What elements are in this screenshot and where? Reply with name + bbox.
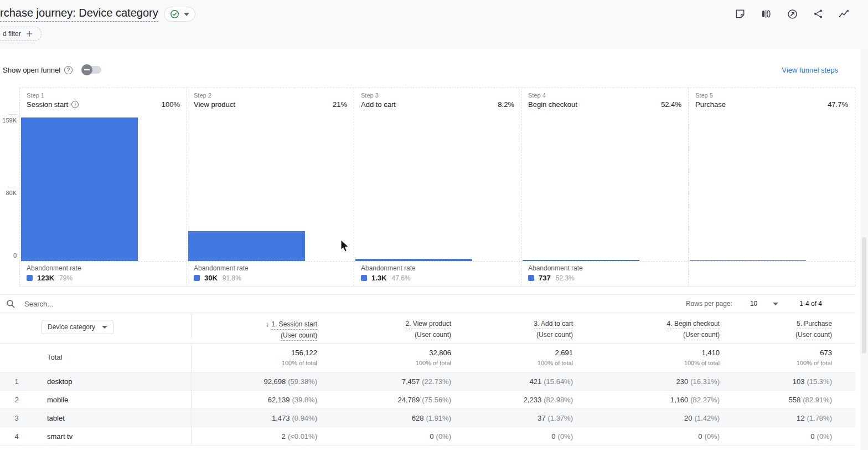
abandonment-value: 737 (539, 274, 551, 282)
abandonment-panel: Abandonment rate 30K 91.8% (187, 261, 354, 286)
comparison-icon[interactable] (760, 8, 772, 20)
metric-cell: 1,160(82.27%) (573, 391, 720, 408)
step-number-label: Step 3 (361, 92, 514, 99)
funnel-bar-session-start[interactable] (21, 117, 138, 261)
notes-icon[interactable] (734, 8, 746, 20)
abandonment-panel: Abandonment rate 123K 79% (20, 261, 187, 286)
top-bar: rchase journey: Device category d filter (0, 0, 868, 49)
chevron-down-icon (184, 13, 189, 16)
abandonment-panel-empty (689, 261, 855, 286)
ga4-funnel-exploration: rchase journey: Device category d filter (0, 0, 868, 450)
add-filter-chip[interactable]: d filter (0, 27, 42, 41)
abandonment-percent: 91.8% (223, 274, 241, 282)
abandonment-value: 30K (204, 274, 218, 282)
funnel-bar-view-product[interactable] (188, 231, 305, 261)
legend-square-icon (194, 275, 200, 281)
row-number: 4 (0, 432, 33, 441)
table-total-row: Total 156,122100% of total 32,806100% of… (0, 344, 855, 372)
column-header-session-start[interactable]: ↓1. Session start (User count) (191, 313, 317, 339)
abandonment-percent: 47.6% (391, 274, 410, 282)
row-number: 2 (0, 396, 33, 404)
metric-cell: 558(82.91%) (720, 391, 832, 408)
metric-cell: 0(0%) (451, 427, 573, 445)
search-input[interactable] (24, 300, 190, 308)
step-number-label: Step 5 (695, 92, 848, 99)
column-header-begin-checkout[interactable]: 4. Begin checkout (User count) (573, 313, 720, 339)
table-search-row: Rows per page: 10 1-4 of 4 (0, 294, 855, 313)
column-header-add-to-cart[interactable]: 3. Add to cart (User count) (451, 313, 573, 339)
y-axis-label-zero: 0 (13, 252, 17, 259)
dimension-header-cell: Device category (33, 313, 191, 334)
scrollbar-thumb[interactable] (862, 237, 866, 354)
view-funnel-steps-link[interactable]: View funnel steps (782, 66, 838, 74)
funnel-grid: Step 1 Session start i 100% Abandonment … (19, 88, 855, 287)
abandonment-rate-label: Abandonment rate (27, 264, 180, 272)
step-completion-rate: 8.2% (498, 100, 514, 109)
row-number: 1 (0, 377, 33, 386)
step-plot-area (20, 115, 187, 261)
funnel-bar-purchase[interactable] (690, 260, 806, 261)
funnel-step-column-4: Step 4 Begin checkout 52.4% Abandonment … (521, 88, 688, 286)
search-icon[interactable] (6, 299, 16, 309)
step-plot-area (689, 115, 855, 261)
step-header: Step 2 View product 21% (187, 88, 354, 115)
metric-cell: 92,698(59.38%) (191, 372, 317, 390)
metric-cell: 421(15.64%) (451, 372, 573, 390)
row-number: 3 (0, 414, 33, 422)
funnel-bar-add-to-cart[interactable] (355, 259, 472, 261)
dimension-value: desktop (33, 377, 191, 386)
step-number-label: Step 4 (528, 92, 681, 99)
legend-square-icon (528, 275, 534, 281)
title-status-badge[interactable] (164, 7, 195, 22)
funnel-chart: 159K 80K 0 Step 1 Session start i 100% (19, 88, 855, 287)
dimension-selector-dropdown[interactable]: Device category (42, 320, 113, 334)
pagination-controls: Rows per page: 10 1-4 of 4 (686, 300, 855, 308)
step-number-label: Step 2 (194, 92, 347, 99)
metric-cell: 230(16.31%) (573, 372, 720, 390)
dimension-value: smart tv (33, 432, 191, 441)
share-icon[interactable] (812, 8, 824, 20)
help-icon[interactable]: ? (64, 66, 73, 74)
abandonment-percent: 79% (59, 274, 73, 282)
funnel-step-column-5: Step 5 Purchase 47.7% (688, 88, 855, 286)
metric-cell: 24,789(75.56%) (317, 391, 451, 408)
check-circle-icon (170, 9, 179, 19)
title-row: rchase journey: Device category (0, 7, 195, 22)
metric-cell: 0(0%) (720, 427, 832, 445)
metric-cell: 628(1.91%) (317, 409, 451, 427)
step-header: Step 5 Purchase 47.7% (689, 88, 855, 115)
dimension-selector-label: Device category (48, 323, 95, 331)
column-header-view-product[interactable]: 2. View product (User count) (317, 313, 451, 339)
step-plot-area (354, 115, 521, 261)
exploration-title[interactable]: rchase journey: Device category (0, 7, 158, 22)
total-cell: 673100% of total (720, 344, 832, 372)
data-freshness-icon[interactable] (786, 8, 798, 20)
table-row: 4 smart tv 2(<0.01%) 0(0%) 0(0%) 0(0%) 0… (0, 427, 855, 446)
funnel-bar-begin-checkout[interactable] (523, 260, 639, 261)
step-header: Step 1 Session start i 100% (20, 88, 187, 115)
info-icon[interactable]: i (71, 101, 79, 108)
chevron-down-icon[interactable] (773, 303, 778, 305)
rows-per-page-value[interactable]: 10 (750, 300, 757, 308)
rows-per-page-label: Rows per page: (686, 300, 732, 308)
abandonment-value: 123K (37, 274, 54, 282)
funnel-controls-row: Show open funnel ? View funnel steps (3, 62, 850, 78)
total-label: Total (33, 344, 191, 372)
metric-cell: 1,473(0.94%) (191, 409, 317, 427)
abandonment-percent: 52.3% (556, 274, 575, 282)
step-completion-rate: 100% (162, 100, 180, 109)
column-header-purchase[interactable]: 5. Purchase (User count) (720, 313, 832, 339)
scrollbar-track[interactable] (860, 49, 868, 450)
step-name: Purchase (695, 100, 726, 109)
sort-descending-icon: ↓ (266, 320, 270, 329)
insights-icon[interactable] (838, 8, 850, 20)
y-axis-tick (8, 187, 17, 187)
legend-square-icon (27, 275, 33, 281)
step-plot-area (521, 115, 688, 261)
funnel-step-column-1: Step 1 Session start i 100% Abandonment … (19, 88, 187, 286)
show-open-funnel-toggle[interactable] (82, 66, 101, 74)
show-open-funnel-label: Show open funnel (3, 66, 60, 74)
y-axis-label-mid: 80K (6, 190, 17, 196)
table-row: 2 mobile 62,139(39.8%) 24,789(75.56%) 2,… (0, 391, 855, 409)
table-header-row: Device category ↓1. Session start (User … (0, 313, 855, 344)
